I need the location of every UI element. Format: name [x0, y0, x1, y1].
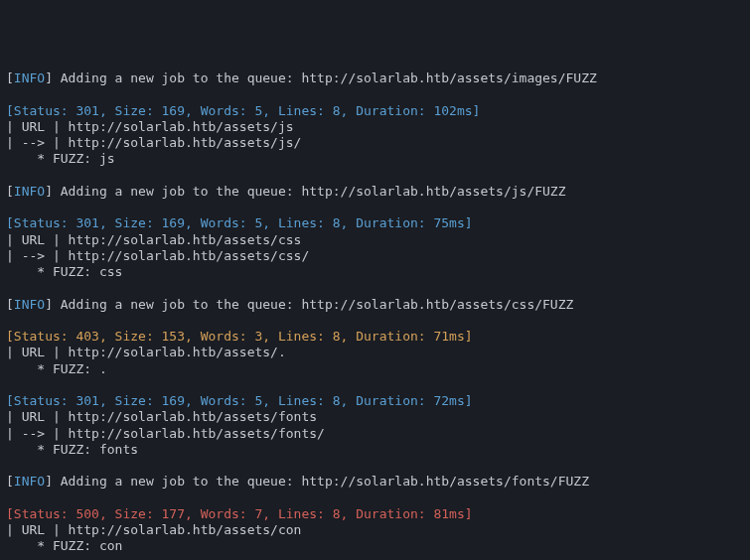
info-line: [INFO] Adding a new job to the queue: ht…	[6, 474, 744, 490]
blank-line	[6, 168, 744, 184]
output-line: | URL | http://solarlab.htb/assets/fonts	[6, 409, 744, 425]
info-tag: INFO	[14, 184, 45, 199]
blank-line	[6, 86, 744, 102]
output-line: * FUZZ: fonts	[6, 442, 744, 458]
output-line: | --> | http://solarlab.htb/assets/css/	[6, 248, 744, 264]
info-message: ] Adding a new job to the queue: http://…	[45, 474, 589, 489]
blank-line	[6, 200, 744, 215]
info-message: ] Adding a new job to the queue: http://…	[45, 70, 597, 85]
info-line: [INFO] Adding a new job to the queue: ht…	[6, 297, 744, 313]
info-tag: INFO	[14, 474, 45, 489]
info-message: ] Adding a new job to the queue: http://…	[45, 297, 573, 312]
info-message: ] Adding a new job to the queue: http://…	[45, 184, 565, 199]
info-line: [INFO] Adding a new job to the queue: ht…	[6, 184, 744, 200]
output-line: | --> | http://solarlab.htb/assets/fonts…	[6, 426, 744, 442]
blank-line	[6, 490, 744, 506]
status-line-403: [Status: 403, Size: 153, Words: 3, Lines…	[6, 329, 744, 345]
output-line: | URL | http://solarlab.htb/assets/js	[6, 119, 744, 135]
output-line: | URL | http://solarlab.htb/assets/css	[6, 232, 744, 248]
output-line: | --> | http://solarlab.htb/assets/js/	[6, 135, 744, 151]
output-line: * FUZZ: con	[6, 538, 744, 554]
output-line: | URL | http://solarlab.htb/assets/con	[6, 522, 744, 538]
info-line: [INFO] Adding a new job to the queue: ht…	[6, 70, 744, 86]
blank-line	[6, 280, 744, 296]
info-tag: INFO	[14, 297, 45, 312]
info-tag: INFO	[14, 70, 45, 85]
blank-line	[6, 377, 744, 393]
status-line-301: [Status: 301, Size: 169, Words: 5, Lines…	[6, 393, 744, 409]
status-line-301: [Status: 301, Size: 169, Words: 5, Lines…	[6, 215, 744, 231]
output-line: | URL | http://solarlab.htb/assets/.	[6, 345, 744, 360]
status-line-301: [Status: 301, Size: 169, Words: 5, Lines…	[6, 103, 744, 119]
status-line-500: [Status: 500, Size: 177, Words: 7, Lines…	[6, 506, 744, 522]
blank-line	[6, 313, 744, 329]
terminal-output: [INFO] Adding a new job to the queue: ht…	[6, 70, 744, 560]
blank-line	[6, 555, 744, 561]
output-line: * FUZZ: .	[6, 361, 744, 377]
output-line: * FUZZ: css	[6, 264, 744, 280]
output-line: * FUZZ: js	[6, 151, 744, 167]
blank-line	[6, 458, 744, 474]
